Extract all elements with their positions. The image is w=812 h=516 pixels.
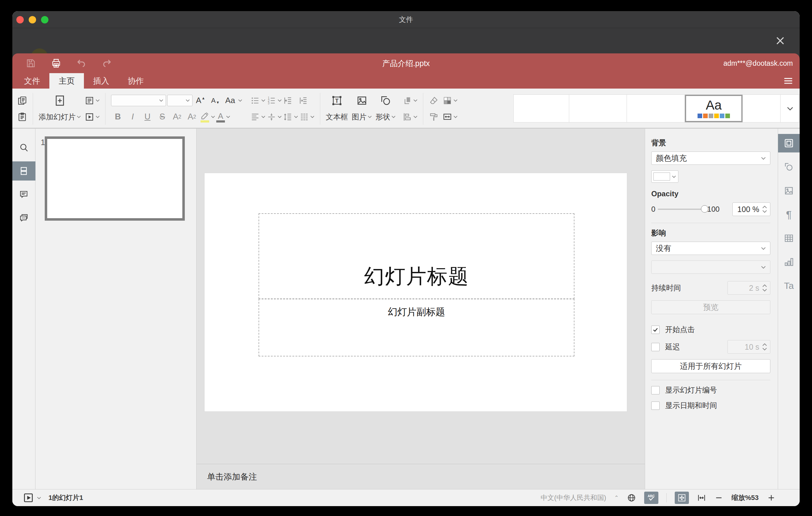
theme-option[interactable] (514, 95, 569, 122)
add-slide-button[interactable]: 添加幻灯片 (37, 109, 83, 125)
delay-checkbox[interactable] (651, 343, 660, 351)
opacity-slider[interactable] (658, 209, 705, 210)
increase-font-button[interactable]: A▲ (194, 96, 207, 105)
decrease-font-button[interactable]: A▼ (208, 96, 222, 105)
slide-subtitle-placeholder[interactable]: 幻灯片副标题 (259, 299, 575, 356)
font-name-combo[interactable] (111, 95, 166, 106)
theme-option[interactable] (743, 95, 781, 122)
tab-collaboration[interactable]: 协作 (118, 73, 153, 89)
superscript-button[interactable]: A2 (170, 112, 184, 122)
line-spacing-icon[interactable] (283, 112, 293, 122)
numbered-list-icon[interactable]: 123 (266, 96, 277, 106)
align-icon[interactable] (250, 112, 260, 122)
tab-textart-settings[interactable]: Ta (778, 277, 800, 295)
tab-file[interactable]: 文件 (15, 73, 49, 89)
chevron-down-icon[interactable] (211, 115, 215, 118)
font-color-button[interactable]: A (216, 111, 225, 122)
strikethrough-button[interactable]: S (155, 112, 169, 122)
minimize-window-button[interactable] (29, 16, 36, 24)
insert-textbox-button[interactable]: T 文本框 (324, 92, 350, 125)
bullet-list-icon[interactable] (250, 96, 260, 106)
tab-table-settings[interactable] (778, 229, 800, 248)
arrange-button[interactable] (401, 92, 419, 109)
copy-style-icon[interactable] (429, 112, 439, 122)
tab-paragraph-settings[interactable]: ¶ (778, 205, 800, 224)
clear-style-icon[interactable] (429, 96, 439, 106)
background-color-picker[interactable] (651, 170, 678, 183)
zoom-in-icon[interactable] (767, 493, 776, 503)
slide-title-placeholder[interactable]: 幻灯片标题 (259, 213, 575, 299)
bold-button[interactable]: B (111, 112, 125, 122)
delay-spinner[interactable]: 10 s (727, 340, 770, 354)
preview-button[interactable]: 预览 (651, 300, 770, 314)
hamburger-icon[interactable] (783, 76, 793, 86)
highlight-color-button[interactable] (200, 111, 210, 122)
spellcheck-toggle[interactable]: ABC (644, 492, 658, 504)
fit-width-icon[interactable] (697, 493, 706, 503)
close-window-button[interactable] (16, 16, 24, 24)
opacity-label: Opacity (651, 190, 770, 198)
sidebar-item-chat[interactable] (12, 208, 35, 227)
image-settings-icon (784, 185, 794, 196)
slide-layout-button[interactable] (83, 92, 102, 109)
decrease-indent-icon[interactable] (283, 96, 293, 106)
globe-icon[interactable] (627, 493, 636, 503)
slide-canvas: 幻灯片标题 幻灯片副标题 (197, 129, 645, 464)
tab-shape-settings[interactable] (778, 158, 800, 176)
columns-icon[interactable] (299, 112, 309, 122)
chevron-up-icon[interactable] (762, 205, 767, 209)
start-on-click-checkbox[interactable] (651, 325, 660, 334)
font-size-combo[interactable] (167, 95, 193, 106)
effect-select[interactable]: 没有 (651, 242, 770, 255)
chevron-down-icon[interactable] (762, 210, 767, 213)
fit-slide-toggle[interactable] (675, 492, 689, 504)
copy-icon[interactable] (17, 96, 27, 106)
macos-titlebar: 文件 (12, 11, 800, 28)
language-selector[interactable]: 中文(中华人民共和国) (541, 493, 606, 503)
theme-option-selected[interactable]: Aa (685, 95, 743, 122)
align-shape-button[interactable] (401, 109, 419, 125)
slide-thumbnail[interactable] (45, 136, 185, 221)
insert-shape-button[interactable]: 形状 (374, 92, 397, 125)
background-fill-select[interactable]: 颜色填充 (651, 151, 770, 165)
add-slide-icon[interactable] (54, 95, 66, 107)
start-slideshow-status-button[interactable] (23, 492, 34, 503)
change-case-button[interactable]: Aa (223, 96, 237, 105)
color-scheme-button[interactable] (440, 92, 459, 109)
increase-indent-icon[interactable] (298, 96, 308, 106)
close-icon[interactable] (775, 35, 785, 46)
sidebar-item-search[interactable] (12, 138, 35, 157)
apply-to-all-slides-button[interactable]: 适用于所有幻灯片 (651, 359, 770, 373)
maximize-window-button[interactable] (41, 16, 49, 24)
opacity-spinner[interactable]: 100 % (732, 202, 770, 216)
theme-gallery-expand-button[interactable] (781, 95, 799, 122)
slide[interactable]: 幻灯片标题 幻灯片副标题 (204, 173, 627, 412)
vertical-align-icon[interactable] (266, 112, 277, 122)
chevron-down-icon[interactable] (226, 115, 230, 118)
duration-spinner[interactable]: 2 s (727, 281, 770, 295)
tab-insert[interactable]: 插入 (84, 73, 118, 89)
theme-option[interactable] (627, 95, 685, 122)
theme-option[interactable] (569, 95, 627, 122)
show-slide-number-checkbox[interactable] (651, 386, 660, 394)
tab-slide-settings[interactable] (778, 134, 800, 152)
tab-home[interactable]: 主页 (49, 73, 84, 89)
start-slideshow-button[interactable] (83, 109, 102, 125)
status-bar: 1的幻灯片1 中文(中华人民共和国) ⌃ ABC 缩放%53 (12, 489, 800, 506)
chevron-down-icon[interactable] (37, 496, 41, 499)
italic-button[interactable]: I (126, 112, 140, 122)
paste-icon[interactable] (17, 112, 27, 122)
tab-image-settings[interactable] (778, 181, 800, 200)
effect-type-select[interactable] (651, 260, 770, 274)
zoom-out-icon[interactable] (714, 493, 723, 503)
show-date-time-checkbox[interactable] (651, 402, 660, 410)
sidebar-item-comments[interactable] (12, 185, 35, 204)
underline-button[interactable]: U (141, 112, 154, 122)
sidebar-item-slides[interactable] (12, 162, 35, 180)
chevron-down-icon[interactable] (238, 99, 242, 102)
subscript-button[interactable]: A2 (185, 112, 199, 122)
slide-size-button[interactable] (440, 109, 459, 125)
tab-chart-settings[interactable] (778, 253, 800, 271)
notes-area[interactable]: 单击添加备注 (197, 464, 645, 489)
insert-image-button[interactable]: 图片 (350, 92, 374, 125)
